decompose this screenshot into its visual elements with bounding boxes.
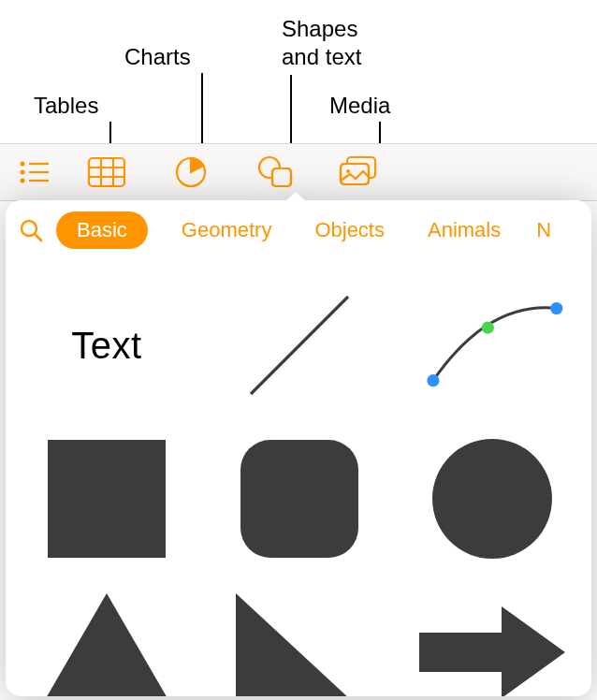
callout-line [290,75,292,147]
arrow-icon [417,601,567,696]
circle-icon [430,437,554,561]
search-icon [18,217,44,243]
shape-rounded-square[interactable] [225,433,374,564]
tab-animals[interactable]: Animals [418,212,510,248]
popover-tab-bar: Basic Geometry Objects Animals N [6,200,591,260]
right-triangle-icon [234,591,365,696]
shape-right-triangle[interactable] [225,587,374,696]
shape-triangle[interactable] [32,587,182,696]
search-button[interactable] [13,212,49,248]
svg-point-4 [20,179,24,183]
svg-rect-13 [272,168,291,186]
svg-point-23 [482,322,494,334]
media-icon [339,155,380,189]
tab-objects[interactable]: Objects [305,212,394,248]
svg-marker-28 [38,593,175,696]
rounded-square-icon [239,438,360,560]
svg-point-18 [346,169,350,173]
square-icon [46,438,167,560]
text-sample-label: Text [71,325,141,367]
chart-button[interactable] [149,143,233,201]
svg-line-21 [251,297,348,394]
shape-curve[interactable] [417,280,567,411]
svg-line-20 [35,234,41,241]
shapes-popover: Basic Geometry Objects Animals N Text [6,200,591,696]
svg-rect-6 [89,158,124,186]
list-icon [19,160,51,184]
popover-arrow [282,192,310,205]
svg-point-2 [20,170,24,175]
tab-geometry[interactable]: Geometry [172,212,282,248]
callout-line [201,73,203,146]
shape-circle[interactable] [417,433,567,564]
line-icon [234,280,365,411]
shape-arrow-right[interactable] [417,587,567,696]
callout-charts: Charts [124,43,191,71]
table-button[interactable] [65,143,149,201]
svg-rect-25 [48,440,166,558]
shape-square[interactable] [32,433,182,564]
svg-marker-30 [419,606,565,696]
svg-point-0 [20,162,24,167]
svg-rect-26 [240,440,358,558]
svg-marker-29 [236,593,363,696]
shape-text[interactable]: Text [32,280,182,411]
callout-shapes-text: Shapes and text [282,15,361,71]
table-icon [87,156,126,188]
list-button[interactable] [4,143,65,201]
shape-icon [256,155,294,189]
svg-point-22 [427,374,439,386]
tab-basic[interactable]: Basic [56,211,148,249]
curve-icon [417,289,567,401]
shape-line[interactable] [225,280,374,411]
tab-partial[interactable]: N [527,212,561,248]
media-button[interactable] [317,143,401,201]
shapes-grid: Text [6,260,591,696]
callout-media: Media [329,92,390,120]
callout-tables: Tables [34,92,98,120]
triangle-icon [36,591,177,696]
svg-point-24 [550,302,562,314]
chart-icon [174,155,208,189]
svg-point-27 [432,439,552,559]
